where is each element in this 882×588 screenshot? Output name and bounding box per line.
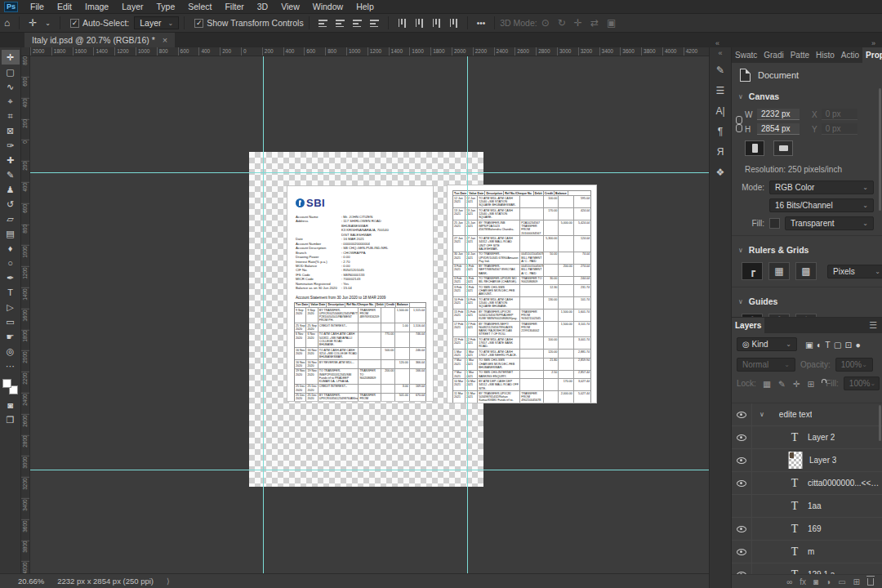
panel-icon[interactable]: ¶: [710, 122, 730, 140]
width-field[interactable]: 2232 px: [757, 109, 800, 120]
layer-filter-icon[interactable]: T: [823, 340, 831, 350]
disclosure-icon[interactable]: ∨: [760, 411, 764, 418]
panel-icon[interactable]: ☰: [710, 82, 730, 100]
expand-panels-icon[interactable]: «: [718, 47, 722, 59]
distribute-vertical-icon[interactable]: [399, 19, 406, 28]
home-icon[interactable]: ⌂: [0, 17, 14, 29]
quick-mask-button[interactable]: ◙: [2, 398, 20, 412]
visibility-toggle[interactable]: [732, 564, 752, 574]
panel-icon[interactable]: ✎: [710, 61, 730, 79]
align-left-edges-icon[interactable]: [318, 20, 327, 27]
layer-row[interactable]: 129 1 a: [732, 564, 882, 574]
visibility-toggle[interactable]: [732, 495, 752, 517]
layers-footer-icon[interactable]: fx: [800, 577, 806, 586]
tool-button[interactable]: ✚: [2, 153, 20, 167]
panel-tab[interactable]: Histo: [813, 47, 838, 63]
lock-icon[interactable]: ⊞: [805, 379, 816, 389]
tool-button[interactable]: ♟: [2, 182, 20, 197]
show-transform-checkbox[interactable]: ✓: [194, 19, 203, 28]
tool-button[interactable]: T: [2, 285, 20, 300]
layers-footer-icon[interactable]: ⊞: [853, 577, 860, 586]
layer-filter-icon[interactable]: ▢: [832, 340, 844, 350]
tool-button[interactable]: ☛: [2, 329, 20, 344]
layer-row[interactable]: 1aa: [732, 495, 882, 518]
tool-button[interactable]: ⌗: [2, 109, 20, 123]
layer-row[interactable]: 169: [732, 518, 882, 541]
horizontal-guide[interactable]: [30, 172, 709, 173]
layer-row[interactable]: m: [732, 541, 882, 564]
align-bottom-edges-icon[interactable]: [450, 19, 457, 28]
vertical-ruler[interactable]: 8006004002000200400600800100012001400160…: [21, 56, 30, 573]
visibility-toggle[interactable]: [732, 541, 752, 563]
visibility-toggle[interactable]: [732, 449, 752, 471]
align-vertical-centers-icon[interactable]: [433, 19, 440, 28]
layers-scrollbar[interactable]: [879, 405, 881, 441]
link-dimensions-icon[interactable]: [736, 116, 742, 132]
layer-row[interactable]: Layer 2: [732, 426, 882, 449]
tool-button[interactable]: ✎: [2, 167, 20, 182]
chevron-down-icon[interactable]: ⌄: [41, 20, 55, 27]
panel-tab[interactable]: Gradi: [760, 47, 786, 63]
close-tab-icon[interactable]: ×: [163, 35, 167, 45]
lock-icon[interactable]: ✎: [777, 379, 787, 389]
layer-filter-icon[interactable]: ●: [853, 340, 862, 350]
panel-tab[interactable]: Patte: [787, 47, 813, 63]
tool-button[interactable]: ✛: [2, 50, 20, 65]
vertical-guide[interactable]: [263, 56, 264, 573]
rulers-grids-section-header[interactable]: ∨ Rulers & Grids: [732, 241, 882, 259]
panel-icon[interactable]: Я: [710, 143, 730, 161]
panel-icon[interactable]: A|: [710, 102, 730, 120]
tool-button[interactable]: ◎: [2, 344, 20, 359]
landscape-orientation-button[interactable]: [773, 140, 793, 156]
panel-tab[interactable]: Swatc: [732, 47, 760, 63]
menu-item[interactable]: Image: [78, 0, 115, 13]
layers-footer-icon[interactable]: ◙: [813, 577, 818, 586]
menu-item[interactable]: View: [274, 0, 306, 13]
auto-select-dropdown[interactable]: Layer ⌄: [134, 16, 179, 29]
bit-depth-dropdown[interactable]: 16 Bits/Channel⌄: [769, 198, 874, 212]
document-tab[interactable]: Italy id.psd @ 20.7% (RGB/16) * ×: [24, 33, 175, 47]
height-field[interactable]: 2854 px: [757, 123, 800, 135]
align-top-edges-icon[interactable]: [370, 20, 379, 27]
panel-tab[interactable]: Properties: [862, 47, 882, 63]
tool-button[interactable]: ✑: [2, 138, 20, 153]
panel-icon[interactable]: ❖: [710, 163, 730, 181]
tool-button[interactable]: ⌖: [2, 94, 20, 109]
tab-layers[interactable]: Layers: [732, 318, 764, 333]
menu-item[interactable]: Filter: [218, 0, 250, 13]
status-options-icon[interactable]: ⟩: [167, 577, 170, 586]
foreground-background-swatches[interactable]: [2, 379, 18, 394]
tool-button[interactable]: ✒: [2, 270, 20, 285]
horizontal-ruler[interactable]: 2000180016001400120010008006004002000200…: [30, 47, 709, 56]
auto-select-checkbox[interactable]: ✓: [70, 19, 79, 28]
align-right-edges-icon[interactable]: [353, 20, 362, 27]
tool-button[interactable]: ⋯: [2, 359, 20, 373]
visibility-toggle[interactable]: [732, 403, 752, 425]
color-mode-dropdown[interactable]: RGB Color⌄: [769, 180, 874, 194]
menu-item[interactable]: Window: [306, 0, 350, 13]
vertical-guide[interactable]: [467, 56, 468, 573]
delete-layer-icon[interactable]: [867, 578, 874, 586]
layers-footer-icon[interactable]: ▭: [838, 577, 845, 586]
distribute-horizontal-icon[interactable]: [416, 19, 423, 28]
tool-button[interactable]: ▱: [2, 212, 20, 226]
guides-section-header[interactable]: ∨ Guides: [732, 292, 882, 310]
tool-button[interactable]: ▭: [2, 314, 20, 329]
lock-icon[interactable]: ▦: [761, 379, 773, 389]
menu-item[interactable]: Edit: [51, 0, 78, 13]
tool-button[interactable]: ♦: [2, 241, 20, 256]
align-options-icon[interactable]: •••: [473, 19, 490, 28]
layer-filter-dropdown[interactable]: ◎ Kind ⌄: [737, 337, 797, 351]
visibility-toggle[interactable]: [732, 518, 752, 540]
visibility-toggle[interactable]: [732, 472, 752, 494]
toggle-button[interactable]: ▩: [795, 262, 817, 280]
horizontal-guide[interactable]: [30, 470, 709, 470]
canvas-section-header[interactable]: ∨ Canvas: [732, 87, 882, 105]
screen-mode-button[interactable]: ❐: [2, 412, 20, 427]
tool-button[interactable]: ↺: [2, 197, 20, 212]
menu-item[interactable]: 3D: [251, 0, 274, 13]
portrait-orientation-button[interactable]: [745, 140, 764, 156]
tool-button[interactable]: ▢: [2, 65, 20, 79]
menu-item[interactable]: Select: [181, 0, 218, 13]
layer-filter-icon[interactable]: ⊡: [844, 340, 854, 350]
